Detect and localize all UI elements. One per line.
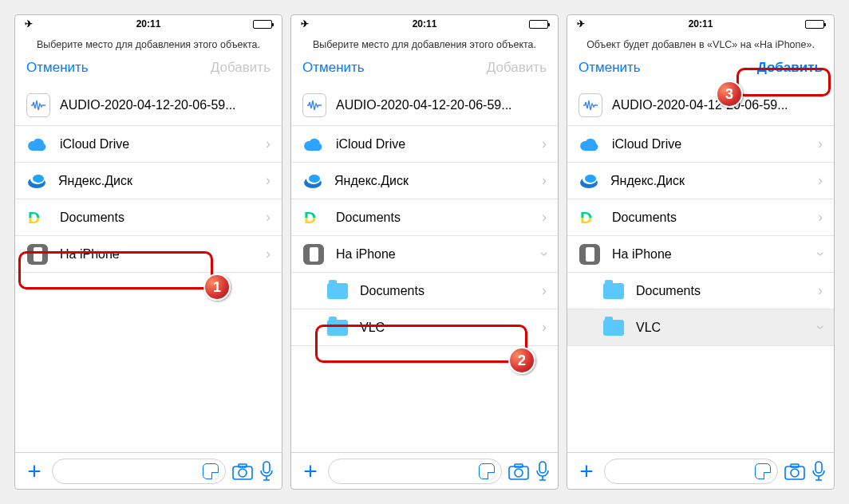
- mic-button[interactable]: [811, 461, 826, 482]
- status-time: 20:11: [689, 18, 713, 30]
- sticker-icon[interactable]: [755, 463, 771, 479]
- badge-2: 2: [508, 347, 535, 374]
- toolbar: +: [291, 452, 558, 489]
- add-attachment-button[interactable]: +: [23, 458, 45, 485]
- add-attachment-button[interactable]: +: [575, 458, 598, 485]
- location-label: На iPhone: [612, 247, 818, 262]
- toolbar: +: [15, 452, 282, 489]
- camera-button[interactable]: [784, 463, 805, 480]
- battery-icon: [529, 20, 548, 29]
- locations-list: iCloud Drive › Яндекс.Диск › D Documents…: [567, 126, 834, 452]
- location-yandex[interactable]: Яндекс.Диск ›: [291, 163, 558, 199]
- location-icloud[interactable]: iCloud Drive ›: [291, 126, 558, 163]
- location-yandex[interactable]: Яндекс.Диск ›: [567, 163, 834, 199]
- prompt-text: Выберите место для добавления этого объе…: [291, 33, 558, 55]
- chevron-right-icon: ›: [818, 282, 823, 299]
- file-name: AUDIO-2020-04-12-20-06-59...: [336, 98, 547, 112]
- audio-file-icon: [302, 93, 326, 117]
- cloud-icon: [26, 133, 49, 156]
- mic-button[interactable]: [535, 461, 550, 482]
- add-button[interactable]: Добавить: [757, 60, 823, 76]
- folder-icon: [602, 317, 625, 339]
- subfolder-vlc[interactable]: VLC ›: [291, 309, 558, 346]
- locations-list: iCloud Drive › Яндекс.Диск › D Documents…: [15, 126, 282, 452]
- location-on-iphone[interactable]: На iPhone ›: [291, 236, 558, 273]
- subfolder-documents[interactable]: Documents ›: [291, 273, 558, 309]
- status-bar: ✈ 20:11: [291, 15, 558, 33]
- status-bar: ✈ 20:11: [567, 15, 834, 33]
- location-icloud[interactable]: iCloud Drive ›: [15, 126, 282, 163]
- screen-2: ✈ 20:11 Выберите место для добавления эт…: [290, 14, 559, 490]
- location-label: Documents: [360, 284, 542, 298]
- status-time: 20:11: [136, 18, 161, 30]
- subfolder-vlc[interactable]: VLC ›: [567, 309, 834, 346]
- location-documents[interactable]: D Documents ›: [567, 199, 834, 236]
- location-label: Documents: [60, 211, 266, 225]
- yandex-disk-icon: [26, 171, 47, 191]
- screen-1: ✈ 20:11 Выберите место для добавления эт…: [14, 14, 282, 490]
- cancel-button[interactable]: Отменить: [579, 60, 641, 76]
- location-on-iphone[interactable]: На iPhone ›: [567, 236, 834, 273]
- sticker-icon[interactable]: [479, 463, 495, 479]
- iphone-icon: [579, 243, 601, 266]
- location-label: iCloud Drive: [612, 137, 818, 152]
- airplane-mode-icon: ✈: [25, 18, 33, 30]
- folder-icon: [326, 280, 349, 302]
- location-label: VLC: [636, 321, 818, 335]
- battery-icon: [253, 20, 272, 29]
- nav-row: Отменить Добавить: [567, 55, 834, 85]
- location-label: На iPhone: [60, 247, 266, 262]
- file-row: AUDIO-2020-04-12-20-06-59...: [15, 85, 282, 126]
- camera-button[interactable]: [232, 463, 253, 480]
- file-row: AUDIO-2020-04-12-20-06-59...: [291, 85, 558, 126]
- iphone-icon: [302, 243, 325, 266]
- location-label: Яндекс.Диск: [58, 174, 266, 188]
- chevron-right-icon: ›: [542, 136, 547, 152]
- svg-point-2: [33, 175, 44, 183]
- location-label: Documents: [636, 284, 818, 298]
- location-documents[interactable]: D Documents ›: [15, 199, 282, 236]
- cancel-button[interactable]: Отменить: [26, 60, 89, 76]
- add-button: Добавить: [487, 60, 547, 76]
- chevron-down-icon: ›: [812, 252, 829, 257]
- add-attachment-button[interactable]: +: [299, 458, 322, 485]
- cloud-icon: [302, 133, 325, 156]
- location-label: Яндекс.Диск: [610, 174, 818, 188]
- location-label: iCloud Drive: [60, 137, 266, 152]
- chevron-down-icon: ›: [536, 252, 553, 257]
- file-row: AUDIO-2020-04-12-20-06-59...: [567, 85, 834, 126]
- message-input[interactable]: [328, 459, 502, 484]
- chevron-right-icon: ›: [266, 209, 270, 226]
- documents-app-icon: D: [302, 207, 325, 229]
- screen-3: ✈ 20:11 Объект будет добавлен в «VLC» на…: [567, 14, 835, 490]
- location-icloud[interactable]: iCloud Drive ›: [567, 126, 834, 163]
- airplane-mode-icon: ✈: [301, 18, 309, 30]
- mic-button[interactable]: [259, 461, 274, 482]
- camera-button[interactable]: [508, 463, 529, 480]
- sticker-icon[interactable]: [203, 463, 219, 479]
- message-input[interactable]: [52, 459, 226, 484]
- documents-app-icon: D: [26, 207, 49, 229]
- chevron-down-icon: ›: [812, 325, 829, 330]
- chevron-right-icon: ›: [542, 319, 547, 336]
- location-label: Documents: [612, 211, 818, 225]
- chevron-right-icon: ›: [542, 209, 547, 226]
- location-yandex[interactable]: Яндекс.Диск ›: [15, 163, 282, 199]
- folder-icon: [602, 280, 625, 302]
- chevron-right-icon: ›: [266, 246, 270, 262]
- chevron-right-icon: ›: [542, 172, 547, 189]
- location-label: Яндекс.Диск: [334, 174, 542, 188]
- locations-list: iCloud Drive › Яндекс.Диск › D Documents…: [291, 126, 558, 452]
- subfolder-documents[interactable]: Documents ›: [567, 273, 834, 309]
- message-input[interactable]: [604, 459, 778, 484]
- location-documents[interactable]: D Documents ›: [291, 199, 558, 236]
- iphone-icon: [26, 243, 49, 266]
- location-on-iphone[interactable]: На iPhone ›: [15, 236, 282, 273]
- nav-row: Отменить Добавить: [291, 55, 558, 85]
- documents-app-icon: D: [579, 207, 601, 229]
- location-label: VLC: [360, 321, 542, 335]
- location-label: iCloud Drive: [336, 137, 542, 152]
- cancel-button[interactable]: Отменить: [302, 60, 365, 76]
- chevron-right-icon: ›: [266, 172, 270, 189]
- battery-icon: [805, 20, 824, 29]
